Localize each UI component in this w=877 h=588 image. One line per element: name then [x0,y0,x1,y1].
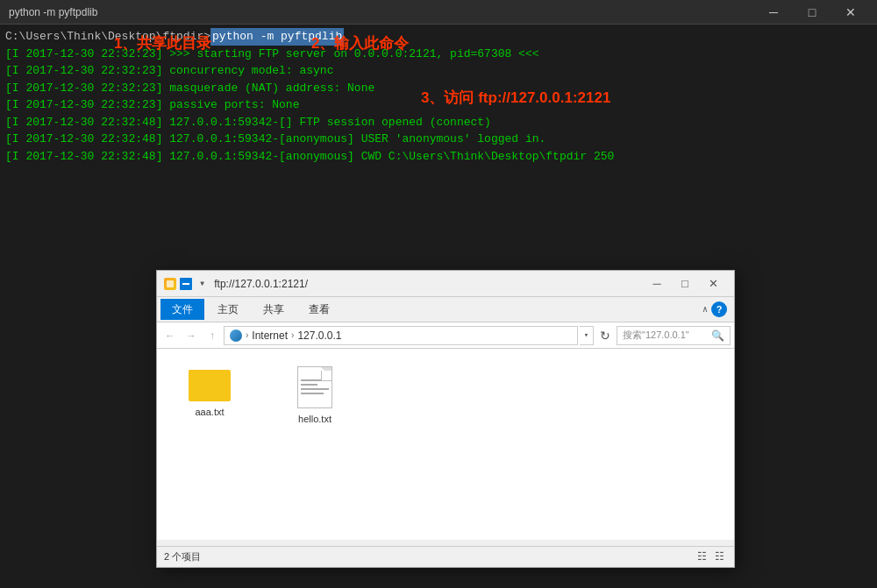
file-content: aaa.txt hello.txt [157,349,734,540]
ribbon: 文件 主页 共享 查看 ∧ ? [157,297,734,322]
log-line-6: [I 2017-12-30 22:32:48] 127.0.0.1:59342-… [5,131,872,148]
minimize-button[interactable]: ─ [756,4,791,21]
search-box[interactable]: 搜索"127.0.0.1" 🔍 [617,326,731,345]
large-icons-view-icon[interactable]: ☷ [711,549,727,565]
explorer-title-left: ▾ ftp://127.0.0.1:2121/ [164,277,308,290]
back-button[interactable]: ← [160,326,180,345]
address-path[interactable]: › Internet › 127.0.0.1 [224,326,578,345]
tab-file[interactable]: 文件 [160,299,204,320]
search-icon[interactable]: 🔍 [711,329,724,342]
explorer-window: ▾ ftp://127.0.0.1:2121/ ─ □ ✕ 文件 主页 共享 查… [156,270,735,568]
tab-view[interactable]: 查看 [297,299,341,320]
address-dropdown[interactable]: ▾ [580,326,594,345]
terminal-titlebar: python -m pyftpdlib ─ □ ✕ [0,0,877,25]
address-bar: ← → ↑ › Internet › 127.0.0.1 ▾ ↻ 搜索"127.… [157,322,734,349]
path-arrow-1: › [246,330,248,340]
forward-button[interactable]: → [182,326,201,345]
nav-logo-icon [180,278,192,290]
ribbon-help-button[interactable]: ? [711,301,727,317]
status-text: 2 个项目 [164,550,201,563]
folder-logo-icon [164,278,176,290]
globe-icon [230,329,242,342]
annotation-1: 1、共享此目录 [114,33,211,53]
up-button[interactable]: ↑ [203,326,222,345]
view-icons: ☷ ☷ [694,549,727,565]
explorer-title-text: ftp://127.0.0.1:2121/ [214,278,308,290]
annotation-3: 3、访问 ftp://127.0.0.1:2121 [421,88,610,108]
folder-icon [189,366,231,401]
ribbon-right: ∧ ? [702,301,731,317]
path-arrow-2: › [291,330,294,340]
explorer-maximize-button[interactable]: □ [671,274,699,294]
file-name-hello: hello.txt [298,414,332,424]
explorer-window-controls: ─ □ ✕ [643,274,727,294]
details-view-icon[interactable]: ☷ [694,549,709,565]
explorer-titlebar: ▾ ftp://127.0.0.1:2121/ ─ □ ✕ [157,271,734,297]
path-internet: Internet [252,329,288,342]
ribbon-expand-icon[interactable]: ∧ [702,304,708,315]
list-item[interactable]: hello.txt [280,366,350,424]
txt-file-icon [297,366,332,408]
file-area: aaa.txt hello.txt [157,349,734,540]
explorer-close-button[interactable]: ✕ [699,274,727,294]
annotation-2: 2、输入此命令 [311,33,409,53]
list-item[interactable]: aaa.txt [175,366,245,417]
log-line-5: [I 2017-12-30 22:32:48] 127.0.0.1:59342-… [5,114,872,131]
terminal-title: python -m pyftpdlib [9,6,97,18]
folder-body [189,370,231,401]
status-bar: 2 个项目 ☷ ☷ [157,546,734,567]
terminal-window-controls: ─ □ ✕ [756,4,868,21]
maximize-button[interactable]: □ [795,4,830,21]
title-separator: ▾ [199,277,205,290]
refresh-button[interactable]: ↻ [595,326,615,345]
explorer-minimize-button[interactable]: ─ [643,274,671,294]
log-line-2: [I 2017-12-30 22:32:23] concurrency mode… [5,62,872,80]
file-name-aaa: aaa.txt [195,407,224,417]
log-line-7: [I 2017-12-30 22:32:48] 127.0.0.1:59342-… [5,148,872,166]
tab-share[interactable]: 共享 [252,299,296,320]
search-placeholder-text: 搜索"127.0.0.1" [623,329,689,342]
tab-home[interactable]: 主页 [206,299,250,320]
ribbon-tabs: 文件 主页 共享 查看 ∧ ? [157,297,734,322]
close-button[interactable]: ✕ [833,4,868,21]
path-host: 127.0.0.1 [297,329,341,342]
address-path-text: › Internet › 127.0.0.1 [230,329,341,342]
